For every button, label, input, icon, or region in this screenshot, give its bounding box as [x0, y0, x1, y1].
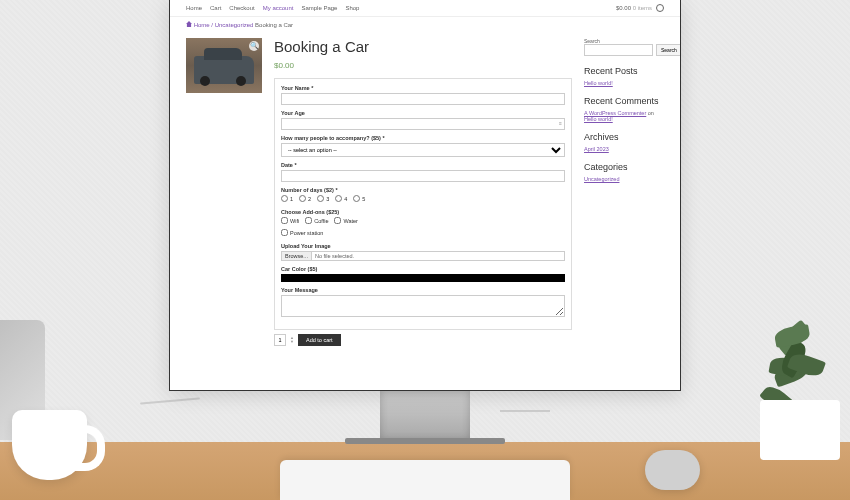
- monitor-screen: Home Cart Checkout My account Sample Pag…: [170, 0, 680, 390]
- name-input[interactable]: [281, 93, 565, 105]
- breadcrumb: Home / Uncategorized Booking a Car: [170, 17, 680, 32]
- zoom-icon[interactable]: 🔍: [249, 41, 259, 51]
- categories-title: Categories: [584, 162, 664, 172]
- nav-checkout[interactable]: Checkout: [229, 5, 254, 11]
- days-radio-1[interactable]: [281, 195, 288, 202]
- category-link[interactable]: Uncategorized: [584, 176, 619, 182]
- addons-label: Choose Add-ons ($25): [281, 209, 565, 215]
- age-input[interactable]: [281, 118, 565, 130]
- addon-coffee[interactable]: [305, 217, 312, 224]
- days-radio-3[interactable]: [317, 195, 324, 202]
- days-radio-5[interactable]: [353, 195, 360, 202]
- message-label: Your Message: [281, 287, 565, 293]
- message-textarea[interactable]: [281, 295, 565, 317]
- days-label: Number of days ($2) *: [281, 187, 565, 193]
- file-status: No file selected.: [312, 252, 564, 260]
- date-label: Date *: [281, 162, 565, 168]
- add-to-cart-button[interactable]: Add to cart: [298, 334, 341, 346]
- breadcrumb-current: Booking a Car: [255, 22, 293, 28]
- home-icon[interactable]: [186, 21, 192, 27]
- search-button[interactable]: Search: [656, 44, 680, 56]
- booking-form: Your Name * Your Age How many people to …: [274, 78, 572, 330]
- addon-power[interactable]: [281, 229, 288, 236]
- cart-icon[interactable]: [656, 4, 664, 12]
- color-picker[interactable]: [281, 274, 565, 282]
- name-label: Your Name *: [281, 85, 565, 91]
- breadcrumb-category[interactable]: Uncategorized: [215, 22, 254, 28]
- people-select[interactable]: -- select an option --: [281, 143, 565, 157]
- recent-comments-title: Recent Comments: [584, 96, 664, 106]
- archives-title: Archives: [584, 132, 664, 142]
- nav-home[interactable]: Home: [186, 5, 202, 11]
- qty-down[interactable]: ▼: [290, 340, 294, 344]
- recent-post-link[interactable]: Hello world!: [584, 80, 613, 86]
- days-radio-4[interactable]: [335, 195, 342, 202]
- mug-decor: [12, 410, 87, 480]
- days-radio-group: 1 2 3 4 5: [281, 195, 565, 204]
- price: $0.00: [274, 61, 572, 70]
- color-label: Car Color ($5): [281, 266, 565, 272]
- days-radio-2[interactable]: [299, 195, 306, 202]
- top-nav: Home Cart Checkout My account Sample Pag…: [170, 0, 680, 17]
- people-label: How many people to accompany? ($5) *: [281, 135, 565, 141]
- comment-post-link[interactable]: Hello world!: [584, 116, 613, 122]
- page-title: Booking a Car: [274, 38, 572, 55]
- archive-link[interactable]: April 2023: [584, 146, 609, 152]
- nav-cart[interactable]: Cart: [210, 5, 221, 11]
- upload-label: Upload Your Image: [281, 243, 565, 249]
- recent-posts-title: Recent Posts: [584, 66, 664, 76]
- addon-wifi[interactable]: [281, 217, 288, 224]
- addon-water[interactable]: [334, 217, 341, 224]
- plant-decor: [735, 320, 845, 410]
- search-input[interactable]: [584, 44, 653, 56]
- browse-button[interactable]: Browse...: [282, 252, 312, 260]
- nav-shop[interactable]: Shop: [345, 5, 359, 11]
- mouse-decor: [645, 450, 700, 490]
- file-input[interactable]: Browse... No file selected.: [281, 251, 565, 261]
- keyboard-decor: [280, 460, 570, 500]
- breadcrumb-home[interactable]: Home: [194, 22, 210, 28]
- cart-total[interactable]: $0.00 0 items: [616, 5, 652, 11]
- quantity-input[interactable]: [274, 334, 286, 346]
- nav-account[interactable]: My account: [263, 5, 294, 11]
- age-label: Your Age: [281, 110, 565, 116]
- nav-sample[interactable]: Sample Page: [301, 5, 337, 11]
- product-image[interactable]: 🔍: [186, 38, 262, 93]
- date-input[interactable]: [281, 170, 565, 182]
